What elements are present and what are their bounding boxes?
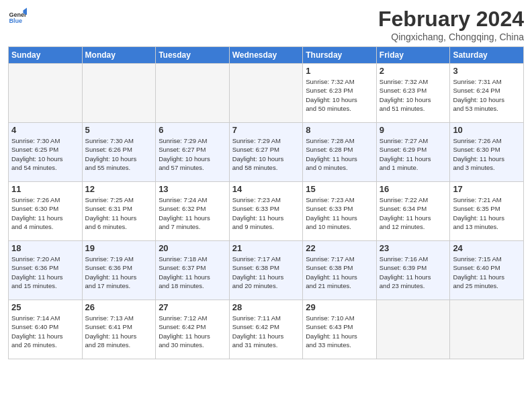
calendar-cell: 5Sunrise: 7:30 AM Sunset: 6:26 PM Daylig… [82, 123, 156, 182]
day-number: 11 [11, 184, 79, 194]
calendar-cell: 24Sunrise: 7:15 AM Sunset: 6:40 PM Dayli… [450, 241, 524, 300]
calendar-week-row: 1Sunrise: 7:32 AM Sunset: 6:23 PM Daylig… [9, 64, 524, 123]
day-info: Sunrise: 7:30 AM Sunset: 6:26 PM Dayligh… [85, 136, 153, 172]
day-number: 29 [306, 302, 373, 312]
day-number: 16 [380, 184, 447, 194]
calendar-cell [376, 300, 450, 359]
col-friday: Friday [376, 47, 450, 64]
calendar-cell: 9Sunrise: 7:27 AM Sunset: 6:29 PM Daylig… [376, 123, 450, 182]
day-number: 22 [306, 243, 373, 253]
logo: General Blue [8, 7, 27, 26]
calendar-cell: 29Sunrise: 7:10 AM Sunset: 6:43 PM Dayli… [303, 300, 377, 359]
day-info: Sunrise: 7:12 AM Sunset: 6:42 PM Dayligh… [159, 314, 226, 349]
calendar-cell: 7Sunrise: 7:29 AM Sunset: 6:27 PM Daylig… [229, 123, 303, 182]
calendar-week-row: 25Sunrise: 7:14 AM Sunset: 6:40 PM Dayli… [9, 300, 524, 359]
day-info: Sunrise: 7:21 AM Sunset: 6:35 PM Dayligh… [453, 195, 521, 231]
day-number: 2 [380, 66, 447, 76]
day-info: Sunrise: 7:25 AM Sunset: 6:31 PM Dayligh… [85, 195, 153, 231]
day-info: Sunrise: 7:17 AM Sunset: 6:38 PM Dayligh… [232, 255, 300, 290]
calendar-cell: 15Sunrise: 7:23 AM Sunset: 6:33 PM Dayli… [303, 182, 377, 241]
day-number: 24 [453, 243, 521, 253]
day-number: 27 [159, 302, 226, 312]
calendar-cell: 25Sunrise: 7:14 AM Sunset: 6:40 PM Dayli… [9, 300, 83, 359]
day-info: Sunrise: 7:23 AM Sunset: 6:33 PM Dayligh… [306, 195, 373, 231]
day-info: Sunrise: 7:11 AM Sunset: 6:42 PM Dayligh… [232, 314, 300, 349]
day-number: 14 [232, 184, 300, 194]
location: Qingxichang, Chongqing, China [378, 32, 524, 42]
col-monday: Monday [82, 47, 156, 64]
day-info: Sunrise: 7:20 AM Sunset: 6:36 PM Dayligh… [11, 255, 79, 290]
calendar-cell [9, 64, 83, 123]
page: General Blue February 2024 Qingxichang, … [0, 0, 532, 411]
day-number: 23 [380, 243, 447, 253]
generalblue-logo-icon: General Blue [8, 7, 27, 26]
day-info: Sunrise: 7:13 AM Sunset: 6:41 PM Dayligh… [85, 314, 153, 349]
day-info: Sunrise: 7:24 AM Sunset: 6:32 PM Dayligh… [159, 195, 226, 231]
col-wednesday: Wednesday [229, 47, 303, 64]
calendar-cell: 8Sunrise: 7:28 AM Sunset: 6:28 PM Daylig… [303, 123, 377, 182]
day-info: Sunrise: 7:16 AM Sunset: 6:39 PM Dayligh… [380, 255, 447, 290]
calendar-cell: 13Sunrise: 7:24 AM Sunset: 6:32 PM Dayli… [156, 182, 230, 241]
day-info: Sunrise: 7:32 AM Sunset: 6:23 PM Dayligh… [306, 77, 373, 113]
header: General Blue February 2024 Qingxichang, … [8, 7, 524, 42]
calendar-cell: 6Sunrise: 7:29 AM Sunset: 6:27 PM Daylig… [156, 123, 230, 182]
calendar-cell: 10Sunrise: 7:26 AM Sunset: 6:30 PM Dayli… [450, 123, 524, 182]
day-number: 6 [159, 125, 226, 135]
day-info: Sunrise: 7:31 AM Sunset: 6:24 PM Dayligh… [453, 77, 521, 113]
day-number: 13 [159, 184, 226, 194]
day-number: 18 [11, 243, 79, 253]
calendar-cell: 4Sunrise: 7:30 AM Sunset: 6:25 PM Daylig… [9, 123, 83, 182]
day-number: 25 [11, 302, 79, 312]
day-info: Sunrise: 7:28 AM Sunset: 6:28 PM Dayligh… [306, 136, 373, 172]
calendar-cell: 18Sunrise: 7:20 AM Sunset: 6:36 PM Dayli… [9, 241, 83, 300]
calendar-cell: 16Sunrise: 7:22 AM Sunset: 6:34 PM Dayli… [376, 182, 450, 241]
col-sunday: Sunday [9, 47, 83, 64]
day-number: 19 [85, 243, 153, 253]
calendar-table: Sunday Monday Tuesday Wednesday Thursday… [8, 46, 524, 359]
day-number: 21 [232, 243, 300, 253]
col-saturday: Saturday [450, 47, 524, 64]
day-info: Sunrise: 7:14 AM Sunset: 6:40 PM Dayligh… [11, 314, 79, 349]
col-thursday: Thursday [303, 47, 377, 64]
calendar-week-row: 4Sunrise: 7:30 AM Sunset: 6:25 PM Daylig… [9, 123, 524, 182]
col-tuesday: Tuesday [156, 47, 230, 64]
calendar-cell [82, 64, 156, 123]
day-number: 7 [232, 125, 300, 135]
day-info: Sunrise: 7:26 AM Sunset: 6:30 PM Dayligh… [453, 136, 521, 172]
day-number: 10 [453, 125, 521, 135]
title-block: February 2024 Qingxichang, Chongqing, Ch… [378, 7, 524, 42]
day-info: Sunrise: 7:10 AM Sunset: 6:43 PM Dayligh… [306, 314, 373, 349]
calendar-week-row: 11Sunrise: 7:26 AM Sunset: 6:30 PM Dayli… [9, 182, 524, 241]
day-info: Sunrise: 7:18 AM Sunset: 6:37 PM Dayligh… [159, 255, 226, 290]
calendar-cell [156, 64, 230, 123]
calendar-cell: 14Sunrise: 7:23 AM Sunset: 6:33 PM Dayli… [229, 182, 303, 241]
day-number: 4 [11, 125, 79, 135]
day-number: 20 [159, 243, 226, 253]
day-info: Sunrise: 7:30 AM Sunset: 6:25 PM Dayligh… [11, 136, 79, 172]
day-info: Sunrise: 7:23 AM Sunset: 6:33 PM Dayligh… [232, 195, 300, 231]
calendar-cell: 19Sunrise: 7:19 AM Sunset: 6:36 PM Dayli… [82, 241, 156, 300]
day-info: Sunrise: 7:29 AM Sunset: 6:27 PM Dayligh… [159, 136, 226, 172]
svg-text:Blue: Blue [9, 17, 22, 24]
calendar-cell: 2Sunrise: 7:32 AM Sunset: 6:23 PM Daylig… [376, 64, 450, 123]
calendar-cell: 11Sunrise: 7:26 AM Sunset: 6:30 PM Dayli… [9, 182, 83, 241]
day-number: 3 [453, 66, 521, 76]
day-number: 5 [85, 125, 153, 135]
day-info: Sunrise: 7:26 AM Sunset: 6:30 PM Dayligh… [11, 195, 79, 231]
day-info: Sunrise: 7:29 AM Sunset: 6:27 PM Dayligh… [232, 136, 300, 172]
day-info: Sunrise: 7:27 AM Sunset: 6:29 PM Dayligh… [380, 136, 447, 172]
day-info: Sunrise: 7:19 AM Sunset: 6:36 PM Dayligh… [85, 255, 153, 290]
calendar-cell: 21Sunrise: 7:17 AM Sunset: 6:38 PM Dayli… [229, 241, 303, 300]
day-number: 28 [232, 302, 300, 312]
day-number: 26 [85, 302, 153, 312]
calendar-cell: 22Sunrise: 7:17 AM Sunset: 6:38 PM Dayli… [303, 241, 377, 300]
calendar-header-row: Sunday Monday Tuesday Wednesday Thursday… [9, 47, 524, 64]
day-number: 1 [306, 66, 373, 76]
day-number: 15 [306, 184, 373, 194]
day-info: Sunrise: 7:32 AM Sunset: 6:23 PM Dayligh… [380, 77, 447, 113]
calendar-week-row: 18Sunrise: 7:20 AM Sunset: 6:36 PM Dayli… [9, 241, 524, 300]
day-info: Sunrise: 7:22 AM Sunset: 6:34 PM Dayligh… [380, 195, 447, 231]
calendar-cell: 1Sunrise: 7:32 AM Sunset: 6:23 PM Daylig… [303, 64, 377, 123]
calendar-cell: 12Sunrise: 7:25 AM Sunset: 6:31 PM Dayli… [82, 182, 156, 241]
calendar-cell: 27Sunrise: 7:12 AM Sunset: 6:42 PM Dayli… [156, 300, 230, 359]
